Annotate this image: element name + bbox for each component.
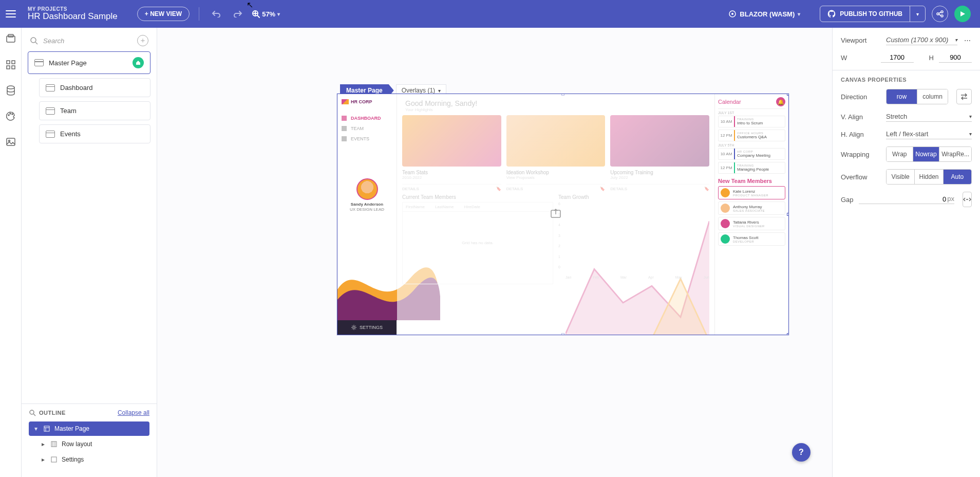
width-input[interactable] — [881, 52, 914, 63]
mock-nav-dashboard[interactable]: DASHBOARD — [342, 116, 392, 121]
team-member-item[interactable]: Thomas ScottDEVELOPER — [718, 232, 785, 246]
selection-handle[interactable] — [787, 333, 789, 335]
card-details-link[interactable]: DETAILS — [610, 187, 627, 191]
wrapreverse-opt[interactable]: WrapRe... — [939, 147, 971, 161]
height-input[interactable] — [939, 52, 972, 63]
publish-main[interactable]: PUBLISH TO GITHUB — [820, 6, 910, 22]
breadcrumb[interactable]: MY PROJECTS — [28, 6, 118, 12]
people-icon — [342, 126, 347, 131]
gap-unit: px — [947, 195, 954, 204]
outline-row-layout[interactable]: ▸ Row layout — [29, 437, 149, 451]
calendar-item[interactable]: 12 PMOFFICE HOURSCustomers Q&A — [718, 130, 785, 141]
publish-dropdown[interactable]: ▾ — [910, 6, 925, 22]
mock-highlight-card[interactable]: Ideation Workshop View Proposals DETAILS… — [506, 115, 606, 191]
outline-master-page[interactable]: ▾ Master Page — [29, 421, 149, 436]
search-input[interactable] — [42, 36, 133, 45]
bell-icon[interactable]: 🔔 — [776, 97, 785, 106]
chevron-right-icon: ▸ — [40, 441, 46, 448]
swap-direction-button[interactable] — [956, 89, 972, 104]
search-icon — [29, 409, 36, 416]
help-button[interactable]: ? — [792, 443, 811, 462]
member-role: VISUAL DESIGNER — [733, 225, 765, 228]
bookmark-icon[interactable]: 🔖 — [704, 187, 709, 191]
mock-nav-events[interactable]: EVENTS — [342, 136, 392, 141]
wrap-opt[interactable]: Wrap — [887, 147, 913, 161]
overflow-hidden[interactable]: Hidden — [914, 170, 943, 184]
card-title: Team Stats — [402, 170, 501, 175]
direction-row[interactable]: row — [887, 89, 917, 104]
col-header[interactable]: LastName — [435, 205, 454, 209]
direction-column[interactable]: column — [917, 89, 948, 104]
valign-select[interactable]: Stretch▾ — [886, 112, 972, 122]
team-member-item[interactable]: Tatiana RiversVISUAL DESIGNER — [718, 217, 785, 230]
page-icon — [46, 107, 55, 115]
viewport-select[interactable]: Custom (1700 x 900)▾ — [886, 35, 957, 45]
preview-button[interactable] — [954, 6, 971, 22]
page-team[interactable]: Team — [39, 101, 150, 120]
bookmark-icon[interactable]: 🔖 — [496, 187, 501, 191]
member-role: PRODUCT MANAGER — [733, 194, 768, 197]
svg-point-13 — [8, 115, 9, 116]
bookmark-icon[interactable]: 🔖 — [600, 187, 605, 191]
mock-highlight-card[interactable]: Upcoming Training July 2022 DETAILS🔖 — [610, 115, 709, 191]
page-dashboard[interactable]: Dashboard — [39, 78, 150, 97]
mock-settings-bar[interactable]: SETTINGS — [337, 320, 397, 335]
share-button[interactable] — [932, 6, 948, 22]
selection-handle[interactable] — [787, 94, 789, 96]
calendar-date: JULY 5TH — [718, 143, 785, 147]
svg-rect-11 — [12, 66, 15, 69]
card-illustration — [402, 115, 501, 167]
outline-settings[interactable]: ▸ Settings — [29, 452, 149, 467]
nowrap-opt[interactable]: Nowrap — [913, 147, 939, 161]
gap-input[interactable] — [859, 195, 947, 204]
calendar-item[interactable]: 10 AMTRAININGIntro to Scrum — [718, 116, 785, 127]
page-master[interactable]: Master Page — [28, 51, 150, 74]
undo-button[interactable] — [209, 6, 224, 22]
rail-app-icon[interactable] — [5, 33, 17, 45]
calendar-item[interactable]: 12 PMTRAININGManaging People — [718, 162, 785, 174]
mock-data-grid: FirstName LastName HireDate Grid has no … — [402, 202, 553, 284]
mock-highlight-card[interactable]: Team Stats 2010-2022 DETAILS🔖 — [402, 115, 501, 191]
overflow-auto[interactable]: Auto — [943, 170, 971, 184]
framework-selector[interactable]: BLAZOR (WASM) ▾ — [728, 10, 800, 18]
calendar-time: 12 PM — [719, 130, 734, 141]
page-events[interactable]: Events — [39, 124, 150, 143]
avatar — [721, 204, 730, 213]
canvas-area[interactable]: Master Page Overlays (1) ▾ HR CORP — [157, 28, 832, 477]
team-member-item[interactable]: Anthony MurraySALES ASSOCIATE — [718, 201, 785, 215]
overflow-visible[interactable]: Visible — [887, 170, 914, 184]
gap-link-button[interactable] — [963, 192, 972, 207]
calendar-date: JULY 1ST — [718, 111, 785, 115]
card-title: Upcoming Training — [610, 170, 709, 175]
halign-select[interactable]: Left / flex-start▾ — [886, 129, 972, 139]
rail-theme-icon[interactable] — [5, 110, 17, 122]
rail-assets-icon[interactable] — [5, 136, 17, 148]
menu-button[interactable] — [0, 0, 22, 28]
zoom-control[interactable]: 57% ▾ — [252, 10, 280, 18]
card-details-link[interactable]: DETAILS — [402, 187, 419, 191]
mock-nav-team[interactable]: TEAM — [342, 126, 392, 131]
chevron-down-icon: ▾ — [277, 11, 280, 17]
new-members-title: New Team Members — [718, 178, 785, 184]
svg-point-4 — [941, 11, 943, 13]
page-label: Team — [60, 107, 77, 115]
user-name: Sandy Anderson — [337, 202, 397, 207]
col-header[interactable]: FirstName — [406, 205, 425, 209]
col-header[interactable]: HireDate — [464, 205, 480, 209]
collapse-all-link[interactable]: Collapse all — [118, 409, 149, 416]
rail-data-icon[interactable] — [5, 84, 17, 97]
wrapping-segmented: Wrap Nowrap WrapRe... — [886, 146, 972, 162]
svg-point-12 — [7, 86, 14, 89]
rail-components-icon[interactable] — [5, 59, 17, 71]
selection-handle[interactable] — [787, 213, 789, 216]
outline-title: OUTLINE — [39, 410, 66, 416]
card-details-link[interactable]: DETAILS — [506, 187, 523, 191]
team-member-item[interactable]: Kate LorenzPRODUCT MANAGER — [718, 186, 785, 199]
redo-button[interactable] — [230, 6, 246, 22]
new-view-button[interactable]: + NEW VIEW — [137, 7, 190, 21]
calendar-item[interactable]: 10 AMHR CORPCompany Meeting — [718, 148, 785, 160]
add-page-button[interactable]: ＋ — [137, 35, 148, 46]
more-icon[interactable]: ⋯ — [963, 36, 972, 44]
insert-placeholder-icon[interactable] — [550, 207, 562, 222]
canvas-frame[interactable]: HR CORP DASHBOARD TEAM EVENTS Sandy Ande… — [337, 94, 789, 335]
